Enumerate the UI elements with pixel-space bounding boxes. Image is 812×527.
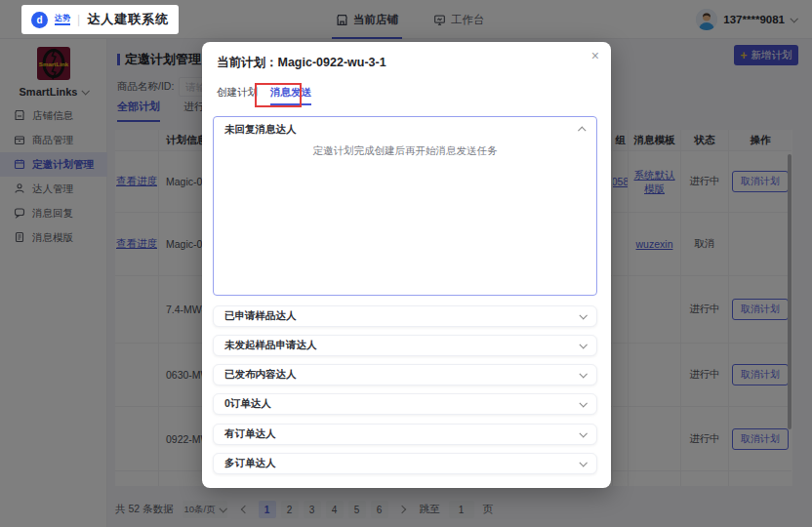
section-empty-hint: 定邀计划完成创建后再开始消息发送任务 [214,144,596,158]
modal-title-value: Magic-0922-wu-3-1 [278,56,386,69]
chevron-down-icon [579,429,587,437]
section-title: 多订单达人 [224,457,276,470]
section-no-sample-request[interactable]: 未发起样品申请达人 [213,335,597,356]
section-unreplied-talents: 未回复消息达人 定邀计划完成创建后再开始消息发送任务 [213,116,597,296]
tab-create-plan[interactable]: 创建计划 [217,86,258,105]
section-multiple-orders[interactable]: 多订单达人 [213,453,597,474]
chevron-down-icon [579,341,587,348]
chevron-down-icon [579,399,587,407]
chevron-up-icon [578,126,586,134]
app-window: d 达势 | 达人建联系统 当前店铺 工作台 [0,0,812,527]
brand-logo-icon: d [31,12,48,28]
brand-logo: d 达势 | 达人建联系统 [21,5,179,34]
plan-detail-modal: × 当前计划：Magic-0922-wu-3-1 创建计划 消息发送 未回复消息… [202,42,611,488]
section-content-published[interactable]: 已发布内容达人 [213,364,597,385]
section-header[interactable]: 未回复消息达人 [214,117,596,137]
section-title: 已发布内容达人 [224,368,297,382]
section-title: 未回复消息达人 [224,123,297,137]
section-has-orders[interactable]: 有订单达人 [213,424,597,445]
chevron-down-icon [579,311,587,319]
section-title: 已申请样品达人 [224,309,297,323]
brand-logo-mini-text: 达势 [55,14,70,25]
chevron-down-icon [579,459,587,466]
modal-title: 当前计划：Magic-0922-wu-3-1 [217,55,386,71]
section-zero-orders[interactable]: 0订单达人 [213,393,597,415]
section-title: 未发起样品申请达人 [224,339,317,352]
system-title: 达人建联系统 [87,11,169,28]
section-title: 0订单达人 [224,397,271,411]
tab-message-send[interactable]: 消息发送 [270,86,311,105]
logo-divider: | [77,13,80,26]
modal-tabs: 创建计划 消息发送 [217,86,311,105]
section-title: 有订单达人 [224,427,276,441]
close-icon[interactable]: × [591,49,599,62]
chevron-down-icon [579,370,587,378]
section-sample-requested[interactable]: 已申请样品达人 [213,305,597,327]
modal-title-label: 当前计划： [217,56,278,69]
